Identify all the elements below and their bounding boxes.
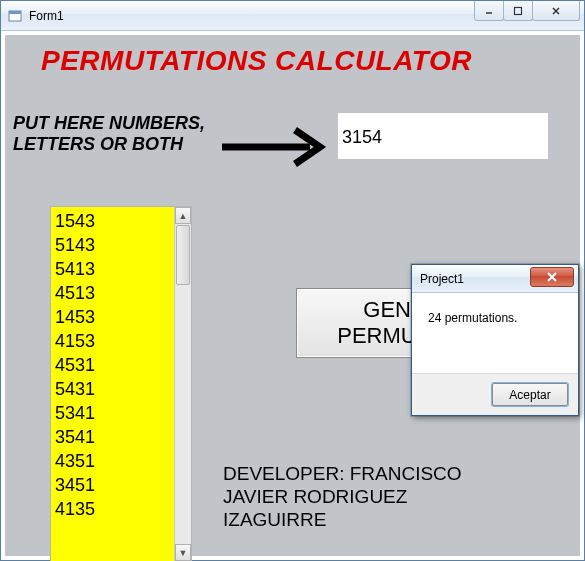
list-item[interactable]: 4513 xyxy=(55,281,170,305)
scroll-thumb[interactable] xyxy=(176,225,190,285)
close-button[interactable] xyxy=(532,1,580,21)
developer-label: DEVELOPER: FRANCISCO JAVIER RODRIGUEZ IZ… xyxy=(223,463,462,531)
app-icon xyxy=(7,8,23,24)
svg-rect-1 xyxy=(9,11,21,14)
list-item[interactable]: 4351 xyxy=(55,449,170,473)
svg-rect-3 xyxy=(515,7,522,14)
dialog-title: Project1 xyxy=(420,272,464,286)
message-dialog: Project1 24 permutations. Aceptar xyxy=(411,264,579,416)
maximize-button[interactable] xyxy=(503,1,533,21)
titlebar[interactable]: Form1 xyxy=(1,1,584,31)
dialog-message: 24 permutations. xyxy=(412,293,578,373)
list-item[interactable]: 4153 xyxy=(55,329,170,353)
window-buttons xyxy=(475,1,580,21)
dialog-titlebar[interactable]: Project1 xyxy=(412,265,578,293)
list-item[interactable]: 5341 xyxy=(55,401,170,425)
list-item[interactable]: 4135 xyxy=(55,497,170,521)
minimize-button[interactable] xyxy=(474,1,504,21)
dialog-ok-button[interactable]: Aceptar xyxy=(492,383,568,406)
dialog-close-button[interactable] xyxy=(530,267,574,287)
list-item[interactable]: 5431 xyxy=(55,377,170,401)
input-field[interactable] xyxy=(338,113,548,159)
scrollbar[interactable]: ▲ ▼ xyxy=(174,207,191,561)
list-item[interactable]: 1543 xyxy=(55,209,170,233)
instruction-label: PUT HERE NUMBERS, LETTERS OR BOTH xyxy=(13,113,205,154)
scroll-down-button[interactable]: ▼ xyxy=(175,544,191,561)
permutations-list-container: 1543514354134513145341534531543153413541… xyxy=(50,206,192,561)
arrow-icon xyxy=(220,127,330,167)
list-item[interactable]: 5143 xyxy=(55,233,170,257)
permutations-list[interactable]: 1543514354134513145341534531543153413541… xyxy=(51,207,174,561)
scroll-up-button[interactable]: ▲ xyxy=(175,207,191,224)
dialog-footer: Aceptar xyxy=(412,373,578,415)
list-item[interactable]: 4531 xyxy=(55,353,170,377)
page-title: PERMUTATIONS CALCULATOR xyxy=(41,45,472,77)
list-item[interactable]: 5413 xyxy=(55,257,170,281)
window-title: Form1 xyxy=(29,9,64,23)
list-item[interactable]: 3451 xyxy=(55,473,170,497)
list-item[interactable]: 1453 xyxy=(55,305,170,329)
list-item[interactable]: 3541 xyxy=(55,425,170,449)
